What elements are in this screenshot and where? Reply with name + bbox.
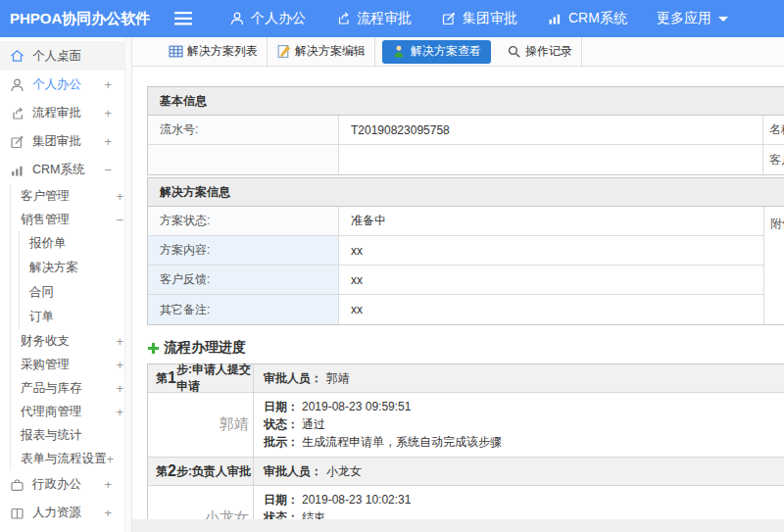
sidebar-item-admin-office[interactable]: 行政办公 +	[0, 470, 131, 499]
expand-plus[interactable]: +	[104, 506, 120, 520]
step-label: 第2步:负责人审批	[148, 458, 254, 485]
sidebar-item-label: 报价单	[29, 235, 67, 252]
tab-operation-log[interactable]: 操作记录	[498, 37, 582, 67]
sidebar-item-form-workflow-settings[interactable]: 表单与流程设置 +	[11, 447, 131, 470]
main-area: 解决方案列表 解决方案编辑 解决方案查看	[132, 37, 784, 532]
search-icon	[507, 44, 521, 59]
expand-minus[interactable]: −	[104, 163, 120, 177]
section-header-basic-info: 基本信息	[148, 87, 784, 116]
field-value-feedback: xx	[339, 266, 763, 294]
grid-icon	[169, 44, 183, 59]
tab-label: 解决方案列表	[187, 43, 258, 60]
sidebar-item-label: 流程审批	[32, 105, 81, 121]
table-row: 方案内容: xx	[148, 236, 763, 266]
bar-chart-icon	[547, 11, 563, 26]
field-label-remark: 其它备注:	[148, 295, 339, 324]
sidebar-item-label: CRM系统	[32, 162, 84, 178]
sidebar-item-label: 表单与流程设置	[21, 451, 107, 467]
step-status: 状态：通过	[264, 415, 784, 433]
sidebar-item-solution[interactable]: 解决方案	[20, 256, 131, 280]
sidebar-item-purchase-mgmt[interactable]: 采购管理 +	[11, 353, 131, 376]
section-header-solution-info: 解决方案信息	[148, 178, 784, 207]
sidebar-item-label: 个人办公	[32, 76, 81, 93]
basic-info-table: 基本信息 流水号: T20190823095758 名称 客户	[147, 86, 784, 175]
top-nav: 个人办公 流程审批 集团审批 CRM系统 更多应用	[215, 0, 743, 37]
sidebar-item-label: 个人桌面	[32, 48, 81, 65]
expand-plus[interactable]: +	[107, 452, 115, 466]
expand-plus[interactable]: +	[104, 106, 120, 121]
nav-group-approval[interactable]: 集团审批	[426, 0, 532, 37]
field-value-serial: T20190823095758	[339, 116, 763, 144]
tab-solution-list[interactable]: 解决方案列表	[160, 37, 268, 67]
nav-crm-system[interactable]: CRM系统	[532, 0, 642, 37]
sidebar-item-order[interactable]: 订单	[20, 305, 131, 329]
tab-solution-view[interactable]: 解决方案查看	[382, 40, 491, 64]
bar-chart-icon	[9, 163, 25, 178]
nav-label: CRM系统	[568, 10, 627, 27]
tab-solution-edit[interactable]: 解决方案编辑	[268, 37, 375, 67]
step-approver: 审批人员：小龙女	[254, 458, 784, 485]
tab-label: 解决方案查看	[411, 43, 481, 60]
sidebar-item-label: 集团审批	[32, 133, 81, 150]
progress-steps-table: 第1步:申请人提交申请 审批人员：郭靖 郭靖 日期：2019-08-23 09:…	[147, 363, 784, 532]
expand-plus[interactable]: +	[104, 134, 120, 149]
expand-plus[interactable]: +	[104, 477, 120, 492]
sidebar-item-label: 人力资源	[32, 505, 81, 521]
sidebar-item-human-resources[interactable]: 人力资源 +	[0, 499, 131, 527]
sidebar-item-personal-desktop[interactable]: 个人桌面	[0, 41, 131, 71]
sidebar-item-reports-stats[interactable]: 报表与统计	[11, 423, 131, 447]
sidebar-item-label: 客户管理	[21, 188, 70, 205]
step-header-row: 第2步:负责人审批 审批人员：小龙女	[148, 458, 784, 486]
field-label-serial: 流水号:	[148, 116, 339, 144]
expand-plus[interactable]: +	[104, 77, 120, 92]
sidebar-item-contract[interactable]: 合同	[20, 280, 131, 305]
field-value-empty	[339, 145, 763, 174]
sidebar-item-sales-mgmt[interactable]: 销售管理 −	[11, 208, 131, 231]
nav-label: 更多应用	[657, 10, 711, 27]
content-panel: 基本信息 流水号: T20190823095758 名称 客户 解决方案信息	[132, 67, 784, 532]
step-header-row: 第1步:申请人提交申请 审批人员：郭靖	[148, 364, 784, 393]
progress-section-title: 流程办理进度	[147, 339, 784, 357]
edit-square-icon	[9, 134, 25, 150]
hamburger-menu-icon[interactable]	[173, 11, 193, 26]
home-icon	[9, 48, 25, 64]
tab-label: 操作记录	[525, 43, 572, 60]
plus-icon	[147, 342, 160, 355]
sidebar-item-quotation[interactable]: 报价单	[20, 231, 131, 256]
nav-workflow-approval[interactable]: 流程审批	[320, 0, 426, 37]
sidebar-item-workflow-approval[interactable]: 流程审批 +	[0, 99, 131, 127]
step-approver: 审批人员：郭靖	[254, 364, 784, 392]
sidebar-item-personal-office[interactable]: 个人办公 +	[0, 71, 131, 99]
sidebar-item-product-inventory[interactable]: 产品与库存 +	[11, 376, 131, 400]
field-value-remark: xx	[339, 295, 763, 324]
nav-label: 流程审批	[357, 10, 412, 27]
top-bar: PHPOA协同办公软件 个人办公 流程审批 集团审批	[0, 0, 784, 37]
solution-info-table: 解决方案信息 方案状态: 准备中 方案内容: xx 客户反馈:	[147, 177, 784, 325]
field-label-attachment: 附件	[763, 207, 784, 324]
table-row: 其它备注: xx	[148, 295, 763, 324]
table-row: 客户反馈: xx	[148, 266, 763, 295]
crm-submenu: 客户管理 + 销售管理 − 报价单 解决方案 合同 订单	[10, 184, 131, 470]
sidebar: 个人桌面 个人办公 + 流程审批 + 集团审批 +	[0, 37, 132, 532]
field-label-feedback: 客户反馈:	[148, 266, 339, 294]
sidebar-item-group-approval[interactable]: 集团审批 +	[0, 127, 131, 156]
sales-submenu: 报价单 解决方案 合同 订单	[19, 231, 131, 329]
sidebar-item-crm-system[interactable]: CRM系统 −	[0, 156, 131, 184]
nav-more-apps[interactable]: 更多应用	[642, 0, 743, 37]
nav-label: 个人办公	[251, 10, 306, 27]
tab-label: 解决方案编辑	[295, 43, 366, 60]
user-icon	[9, 77, 25, 93]
step-date: 日期：2019-08-23 09:59:51	[264, 398, 784, 415]
sidebar-item-customer-mgmt[interactable]: 客户管理 +	[11, 184, 131, 208]
edit-square-icon	[441, 11, 457, 26]
sidebar-item-agent-mgmt[interactable]: 代理商管理 +	[11, 400, 131, 423]
app-logo: PHPOA协同办公软件	[0, 10, 132, 28]
view-user-icon	[392, 44, 407, 59]
sidebar-item-finance[interactable]: 财务收支 +	[11, 329, 131, 353]
approver-name: 郭靖	[148, 393, 254, 457]
sidebar-item-label: 合同	[29, 284, 54, 301]
sidebar-scrollbar[interactable]	[124, 37, 131, 532]
user-icon	[229, 11, 245, 26]
nav-personal-office[interactable]: 个人办公	[215, 0, 320, 37]
table-row: 方案状态: 准备中	[148, 207, 763, 236]
